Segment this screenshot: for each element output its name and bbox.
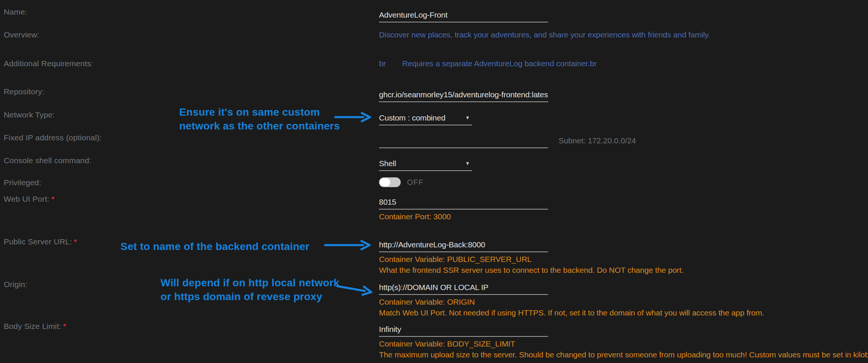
field-label: Network Type: [4,110,55,119]
container-variable-hint: Container Variable: PUBLIC_SERVER_URL [379,254,864,265]
annotation-public-server-url: Set to name of the backend container [120,240,309,253]
annotation-network-type: Ensure it's on same custom network as th… [179,105,340,133]
web-ui-port-input[interactable]: 8015 [379,198,548,210]
toggle-knob [380,178,390,186]
network-type-select[interactable]: Custom : combined ▼ [379,113,472,125]
field-label: Fixed IP address (optional): [4,133,102,142]
field-label: Overview: [4,30,39,39]
body-size-limit-input[interactable]: Infinity [379,325,548,337]
annotation-arrow-network-type [334,111,373,123]
console-shell-select[interactable]: Shell ▼ [379,159,472,171]
field-label: Body Size Limit:* [4,322,66,331]
container-variable-hint: Container Variable: BODY_SIZE_LIMIT [379,339,864,349]
field-label: Origin: [4,280,27,289]
br-prefix: br [379,59,402,68]
required-asterisk: * [74,237,77,246]
fixed-ip-input[interactable] [379,136,548,148]
annotation-arrow-origin [335,280,375,299]
annotation-arrow-public-server-url [324,239,373,251]
container-template-form: Name: AdventureLog-Front Overview: Disco… [0,0,868,363]
field-label: Additional Requirements: [4,59,93,68]
field-description: The maximum upload size to the server. S… [379,349,864,360]
required-asterisk: * [51,195,54,203]
privileged-toggle[interactable] [379,177,401,187]
origin-input[interactable]: http(s)://DOMAIN OR LOCAL IP [379,283,548,295]
overview-text: Discover new places, track your adventur… [379,30,864,39]
field-label: Console shell command: [4,156,91,165]
annotation-origin: Will depend if on http local network or … [161,276,339,303]
field-label: Web UI Port:* [4,195,55,204]
toggle-state-label: OFF [407,178,424,187]
field-description: Match Web UI Port. Not needed if using H… [379,307,864,318]
field-label: Repository: [4,87,44,96]
field-label: Privileged: [4,178,41,187]
public-server-url-input[interactable]: http://AdventureLog-Back:8000 [379,240,548,252]
field-description: What the frontend SSR server uses to con… [379,265,864,275]
container-variable-hint: Container Variable: ORIGIN [379,297,864,307]
name-input[interactable]: AdventureLog-Front [379,10,548,22]
required-asterisk: * [63,322,66,330]
repository-input[interactable]: ghcr.io/seanmorley15/adventurelog-fronte… [379,90,548,102]
field-label: Name: [4,7,27,16]
additional-requirements-text: brRequires a separate AdventureLog backe… [379,59,864,68]
chevron-down-icon: ▼ [465,113,470,122]
subnet-note: Subnet: 172.20.0.0/24 [559,136,636,145]
container-port-hint: Container Port: 3000 [379,211,864,222]
chevron-down-icon: ▼ [465,159,470,168]
field-label: Public Server URL:* [4,237,77,246]
